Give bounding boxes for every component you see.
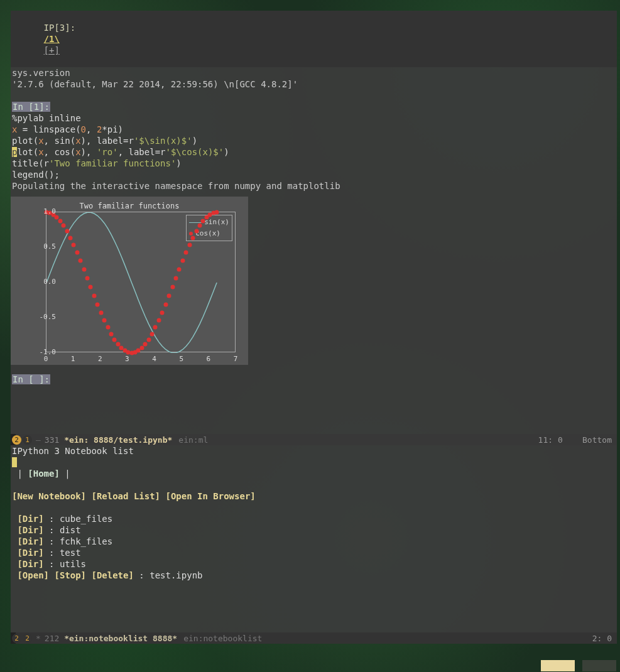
data-point — [143, 342, 148, 347]
data-point — [92, 293, 96, 298]
data-point — [85, 276, 90, 280]
data-point — [89, 285, 93, 290]
data-point — [79, 259, 83, 263]
data-point — [112, 337, 117, 342]
data-point — [156, 318, 161, 323]
in-prompt-row: In [1]: — [11, 101, 617, 112]
notebook-pane[interactable]: IP[3]: /1\ [+] sys.version '2.7.6 (defau… — [11, 11, 617, 434]
dir-name[interactable]: test — [60, 548, 81, 558]
data-point — [160, 310, 165, 315]
taskbar-item[interactable] — [541, 660, 575, 671]
data-point — [146, 337, 151, 342]
open-button[interactable]: [Open] — [17, 570, 49, 580]
dir-name[interactable]: utils — [60, 559, 86, 569]
delete-button[interactable]: [Delete] — [91, 570, 133, 580]
new-notebook-button[interactable]: [New Notebook] — [12, 491, 86, 501]
data-point — [75, 251, 79, 255]
legend-line-icon — [189, 222, 202, 223]
data-point — [170, 285, 175, 290]
output-line: sys.version — [11, 67, 617, 79]
major-mode: ein:notebooklist — [183, 634, 262, 643]
code-line[interactable]: %pylab inline — [11, 112, 617, 124]
file-row: [Open] [Stop] [Delete] : test.ipynb — [11, 570, 617, 581]
data-point — [163, 302, 168, 306]
dir-button[interactable]: [Dir] — [17, 514, 43, 524]
data-point — [82, 268, 86, 272]
x-tick-label: 6 — [207, 354, 211, 365]
home-link[interactable]: [Home] — [28, 469, 60, 479]
data-point — [180, 259, 185, 263]
legend-item: sin(x) — [189, 217, 229, 228]
line-count: 331 — [45, 435, 59, 445]
x-tick-label: 4 — [152, 354, 156, 365]
tab-bar: IP[3]: /1\ [+] — [11, 11, 617, 67]
window-number-badge: 2 — [12, 634, 21, 643]
data-point — [174, 276, 178, 280]
dir-row: [Dir] : fchk_files — [11, 536, 617, 547]
code-line[interactable]: plot(x, cos(x), 'ro', label=r'$\cos(x)$'… — [11, 146, 617, 158]
plot-area: sin(x) cos(x) — [46, 212, 236, 352]
data-point — [58, 219, 62, 223]
buffer-name: *ein: 8888/test.ipynb* — [64, 435, 172, 445]
in-prompt-row: In [ ]: — [11, 374, 617, 385]
data-point — [95, 302, 100, 306]
file-name[interactable]: test.ipynb — [150, 570, 202, 580]
x-tick-label: 1 — [71, 354, 75, 365]
dir-name[interactable]: cube_files — [60, 514, 112, 524]
data-point — [139, 346, 144, 350]
data-point — [68, 236, 72, 240]
code-line[interactable]: legend(); — [11, 169, 617, 180]
x-tick-label: 0 — [44, 354, 48, 365]
open-in-browser-button[interactable]: [Open In Browser] — [165, 491, 255, 501]
data-point — [184, 251, 188, 255]
legend-dot-icon — [189, 232, 193, 236]
dir-button[interactable]: [Dir] — [17, 525, 43, 535]
data-point — [153, 325, 158, 330]
data-point — [215, 210, 219, 215]
dir-row: [Dir] : utils — [11, 558, 617, 570]
dir-row: [Dir] : cube_files — [11, 513, 617, 524]
dir-row: [Dir] : test — [11, 547, 617, 558]
cursor-pos: 2: 0 — [592, 634, 612, 643]
notebooklist-pane[interactable]: IPython 3 Notebook list | [Home] | [New … — [11, 445, 617, 632]
data-point — [72, 242, 76, 247]
data-point — [177, 268, 182, 272]
dir-button[interactable]: [Dir] — [17, 559, 43, 569]
stop-button[interactable]: [Stop] — [54, 570, 86, 580]
dir-button[interactable]: [Dir] — [17, 536, 43, 546]
buffer-number-badge: 1 — [23, 435, 32, 445]
in-prompt: In [1]: — [12, 102, 50, 112]
tab-active[interactable]: /1\ — [44, 34, 60, 44]
data-point — [109, 332, 114, 336]
x-tick-label: 2 — [98, 354, 102, 365]
buffer-number-badge: 2 — [23, 634, 32, 643]
y-tick-label: -0.5 — [40, 312, 57, 323]
x-tick-label: 7 — [234, 354, 238, 365]
code-line[interactable]: title(r'Two familiar functions') — [11, 158, 617, 169]
breadcrumb: | [Home] | — [11, 468, 617, 479]
dir-row: [Dir] : dist — [11, 524, 617, 536]
reload-list-button[interactable]: [Reload List] — [91, 491, 160, 501]
data-point — [191, 236, 195, 240]
dir-name[interactable]: fchk_files — [60, 536, 112, 546]
tab-ip-label: IP[3]: — [44, 23, 76, 33]
data-point — [102, 318, 107, 323]
window-number-badge: 2 — [12, 435, 21, 445]
x-tick-label: 3 — [125, 354, 129, 365]
tab-add[interactable]: [+] — [44, 45, 60, 55]
major-mode: ein:ml — [178, 435, 208, 445]
y-tick-label: 1.0 — [43, 206, 56, 217]
taskbar-item[interactable] — [582, 660, 616, 671]
data-point — [167, 293, 171, 298]
cursor-pos: 11: 0 — [538, 435, 563, 445]
data-point — [187, 242, 192, 247]
dir-name[interactable]: dist — [60, 525, 81, 535]
modeline-lower: 2 2 * 212 *ein:notebooklist 8888* ein:no… — [11, 632, 617, 644]
scroll-pos: Bottom — [582, 435, 612, 445]
data-point — [197, 224, 202, 228]
code-line[interactable]: plot(x, sin(x), label=r'$\sin(x)$') — [11, 135, 617, 146]
buffer-name: *ein:notebooklist 8888* — [64, 634, 177, 643]
code-line[interactable]: x = linspace(0, 2*pi) — [11, 124, 617, 135]
dir-button[interactable]: [Dir] — [17, 548, 43, 558]
line-count: 212 — [45, 634, 59, 643]
